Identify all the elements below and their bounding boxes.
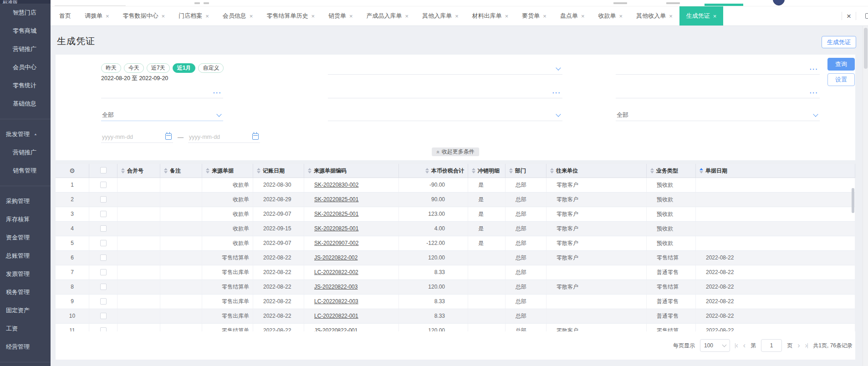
close-tab-icon[interactable]: ×: [162, 13, 165, 19]
row-checkbox[interactable]: [100, 225, 107, 232]
close-tab-icon[interactable]: ×: [505, 13, 509, 19]
table-row[interactable]: 1收款单2022-08-30SK-20220830-002-90.00是总部零散…: [56, 178, 855, 193]
row-checkbox[interactable]: [100, 298, 107, 305]
column-header-dept[interactable]: 部门: [505, 164, 546, 178]
sort-arrows-icon[interactable]: [550, 168, 554, 173]
scrollbar-thumb[interactable]: [864, 28, 868, 69]
sidebar-item-总账管理[interactable]: 总账管理: [0, 247, 51, 265]
table-row[interactable]: 11零售结算单2022-08-22JS-20220822-001120.00总部…: [56, 324, 855, 331]
row-checkbox[interactable]: [100, 254, 107, 261]
ellipsis-picker-icon[interactable]: ···: [213, 90, 222, 96]
sort-arrows-icon[interactable]: [257, 168, 260, 173]
sidebar-item-零售统计[interactable]: 零售统计: [0, 76, 51, 95]
query-button[interactable]: 查询: [827, 58, 855, 71]
close-tab-icon[interactable]: ×: [669, 13, 673, 19]
close-tab-icon[interactable]: ×: [405, 13, 409, 19]
gear-icon[interactable]: ⚙: [69, 167, 75, 174]
calendar-icon[interactable]: [165, 133, 172, 140]
row-checkbox[interactable]: [100, 211, 107, 217]
fullscreen-icon[interactable]: [865, 13, 868, 19]
sidebar-item-固定资产[interactable]: 固定资产: [0, 301, 51, 320]
table-row[interactable]: 9零售出库单2022-08-22LC-20220822-0038.33总部普通零…: [56, 295, 855, 309]
sort-arrows-icon[interactable]: [700, 168, 703, 173]
sort-arrows-icon[interactable]: [650, 168, 654, 173]
first-page-button[interactable]: ‹: [735, 342, 738, 349]
table-row[interactable]: 6零售结算单2022-08-22JS-20220822-002120.00总部零…: [56, 251, 855, 265]
calendar-icon[interactable]: [252, 133, 259, 140]
close-all-tabs-icon[interactable]: ×: [847, 12, 851, 20]
tab-要货单[interactable]: 要货单×: [515, 6, 553, 25]
doc-date-start-input[interactable]: yyyy-mm-dd: [101, 131, 173, 143]
sort-arrows-icon[interactable]: [164, 168, 168, 173]
table-row[interactable]: 4收款单2022-09-15SK-20220825-0014.00是总部零散客户…: [56, 222, 855, 236]
column-header-remark[interactable]: 备注: [160, 164, 202, 178]
tab-盘点单[interactable]: 盘点单×: [553, 6, 592, 25]
sidebar-item-会员中心[interactable]: 会员中心: [0, 58, 51, 76]
table-row[interactable]: 7零售出库单2022-08-22LC-20220822-0028.33总部普通零…: [56, 265, 855, 280]
close-tab-icon[interactable]: ×: [106, 13, 109, 19]
sidebar-item-零售商城[interactable]: 零售商城: [0, 22, 51, 40]
next-page-button[interactable]: ›: [797, 342, 800, 349]
date-preset-自定义[interactable]: 自定义: [198, 63, 224, 73]
source-code-link[interactable]: SK-20220825-001: [314, 211, 358, 217]
ellipsis-picker-icon[interactable]: ···: [810, 90, 818, 96]
source-code-link[interactable]: LC-20220822-002: [314, 269, 358, 275]
page-number-input[interactable]: 1: [761, 339, 782, 352]
column-header-source_type[interactable]: 来源单据: [202, 164, 253, 178]
sidebar-item-销售管理[interactable]: 销售管理: [0, 162, 51, 180]
window-scrollbar[interactable]: [863, 26, 868, 366]
goods-input[interactable]: ···: [616, 86, 820, 98]
sort-arrows-icon[interactable]: [206, 168, 209, 173]
search-input-fragment[interactable]: [55, 5, 126, 6]
close-tab-icon[interactable]: ×: [713, 13, 717, 19]
sidebar-item-采购管理[interactable]: 采购管理: [0, 192, 51, 210]
project-input[interactable]: ···: [616, 63, 820, 75]
row-checkbox[interactable]: [100, 196, 107, 203]
close-tab-icon[interactable]: ×: [205, 13, 209, 19]
table-row[interactable]: 10零售出库单2022-08-22LC-20220822-0018.33总部普通…: [56, 309, 855, 324]
per-page-select[interactable]: 100: [700, 339, 730, 352]
source-code-link[interactable]: SK-20220825-001: [314, 196, 358, 203]
row-checkbox[interactable]: [100, 240, 107, 246]
source-code-link[interactable]: JS-20220822-003: [314, 284, 357, 290]
sort-arrows-icon[interactable]: [509, 168, 513, 173]
date-preset-近1月[interactable]: 近1月: [173, 63, 196, 73]
sort-arrows-icon[interactable]: [121, 168, 125, 173]
date-preset-今天[interactable]: 今天: [124, 63, 144, 73]
sidebar-item-资金管理[interactable]: 资金管理: [0, 229, 51, 247]
source-code-link[interactable]: LC-20220822-003: [314, 298, 358, 305]
tab-零售结算单历史[interactable]: 零售结算单历史×: [260, 6, 322, 25]
tab-其他入库单[interactable]: 其他入库单×: [415, 6, 465, 25]
table-scrollbar[interactable]: [852, 188, 854, 213]
row-checkbox[interactable]: [100, 327, 107, 331]
sidebar-item-基础信息[interactable]: 基础信息: [0, 95, 51, 113]
avatar[interactable]: [773, 0, 785, 5]
column-header-biz_type[interactable]: 业务类型: [647, 164, 696, 178]
writeoff-select[interactable]: 全部: [101, 109, 223, 121]
table-row[interactable]: 3收款单2022-09-07SK-20220825-001123.00是总部零散…: [56, 207, 855, 222]
sidebar-item-营销推广[interactable]: 营销推广: [0, 143, 51, 162]
ellipsis-picker-icon[interactable]: ···: [552, 90, 561, 96]
last-page-button[interactable]: ›: [805, 342, 808, 349]
column-header-source_code[interactable]: 来源单据编码: [304, 164, 399, 178]
sidebar-item-库存核算[interactable]: 库存核算: [0, 210, 51, 229]
tab-门店档案[interactable]: 门店档案×: [172, 6, 216, 25]
date-preset-昨天[interactable]: 昨天: [101, 63, 121, 73]
zero-amount-select[interactable]: 全部: [616, 109, 820, 121]
row-checkbox[interactable]: [100, 269, 107, 275]
source-code-link[interactable]: LC-20220822-001: [314, 313, 358, 319]
date-preset-近7天[interactable]: 近7天: [147, 63, 170, 73]
source-code-link[interactable]: JS-20220822-001: [314, 327, 357, 331]
close-tab-icon[interactable]: ×: [581, 13, 585, 19]
source-code-link[interactable]: SK-20220830-002: [314, 182, 358, 188]
tab-其他收入单[interactable]: 其他收入单×: [629, 6, 679, 25]
sort-arrows-icon[interactable]: [472, 168, 475, 173]
sidebar-item-发票管理[interactable]: 发票管理: [0, 265, 51, 283]
sidebar-item-批发管理[interactable]: 批发管理▲: [0, 125, 51, 143]
row-checkbox[interactable]: [100, 284, 107, 290]
row-checkbox[interactable]: [100, 182, 107, 188]
sidebar-item-工资[interactable]: 工资: [0, 320, 51, 338]
collapse-more-filters-button[interactable]: « 收起更多条件: [432, 147, 479, 156]
close-tab-icon[interactable]: ×: [311, 13, 315, 19]
select-all-checkbox[interactable]: [100, 167, 107, 173]
